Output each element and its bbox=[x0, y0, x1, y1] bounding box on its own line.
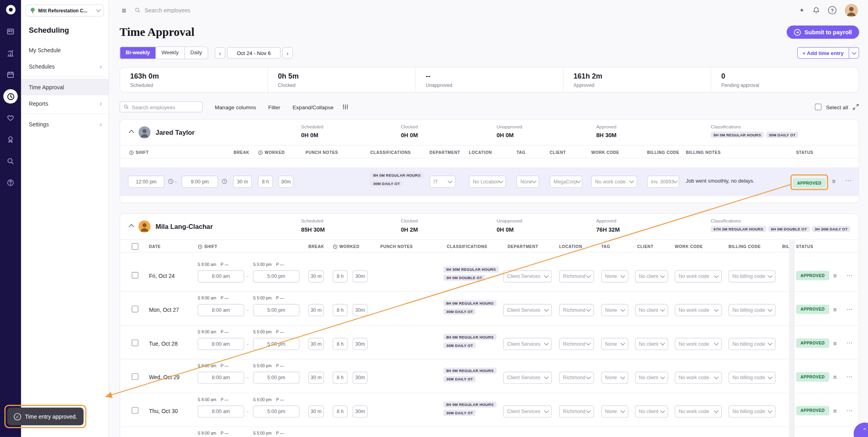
whats-new-icon[interactable]: ✦ bbox=[799, 7, 804, 14]
client-select[interactable]: No client bbox=[635, 338, 668, 350]
notes-icon[interactable]: ≡ bbox=[833, 408, 837, 414]
notes-icon[interactable]: ≡ bbox=[833, 341, 837, 346]
engage-icon[interactable] bbox=[3, 111, 18, 125]
calendar-icon[interactable] bbox=[3, 67, 18, 82]
worked-minutes-input[interactable]: 30m bbox=[353, 406, 368, 418]
global-search-input[interactable] bbox=[145, 7, 222, 13]
tag-select[interactable]: None bbox=[601, 304, 628, 317]
employee-search-input[interactable] bbox=[132, 104, 198, 110]
client-select[interactable]: No client bbox=[635, 270, 668, 283]
global-search[interactable] bbox=[135, 7, 222, 13]
location-select[interactable]: Richmond bbox=[559, 372, 594, 384]
billing-code-select[interactable]: No billing code bbox=[729, 338, 776, 350]
workspace-logo-icon[interactable] bbox=[6, 5, 16, 15]
worked-minutes-input[interactable]: 30m bbox=[353, 270, 368, 283]
collapse-sidebar-icon[interactable]: ≡ bbox=[122, 6, 126, 14]
department-select[interactable]: Client Services bbox=[503, 270, 552, 283]
select-all-checkbox[interactable] bbox=[815, 104, 822, 110]
shift-start-input[interactable]: 8:00 am bbox=[198, 372, 244, 384]
next-period-button[interactable]: › bbox=[282, 47, 293, 59]
location-select[interactable]: Richmond bbox=[559, 270, 594, 283]
tab-bi-weekly[interactable]: Bi-weekly bbox=[120, 47, 155, 59]
work-code-select[interactable]: No work code bbox=[675, 304, 722, 317]
shift-start-input[interactable]: 8:00 am bbox=[198, 304, 244, 317]
insights-icon[interactable] bbox=[3, 46, 18, 60]
location-select[interactable]: Richmond bbox=[559, 406, 594, 418]
search-icon[interactable] bbox=[3, 154, 18, 168]
more-options-icon[interactable]: ⋯ bbox=[846, 272, 852, 278]
submit-to-payroll-button[interactable]: Submit to payroll bbox=[787, 26, 859, 39]
work-code-select[interactable]: No work code bbox=[675, 406, 722, 418]
tag-select[interactable]: None bbox=[601, 270, 628, 283]
department-select[interactable]: Client Services bbox=[503, 372, 552, 384]
worked-minutes-input[interactable]: 30m bbox=[353, 304, 368, 317]
shift-end-input[interactable]: 5:00 pm bbox=[253, 338, 300, 350]
previous-period-button[interactable]: ‹ bbox=[215, 47, 225, 59]
break-input[interactable]: 30 m bbox=[308, 372, 324, 384]
row-checkbox[interactable] bbox=[132, 339, 139, 346]
client-select[interactable]: No client bbox=[635, 304, 668, 317]
notes-icon[interactable]: ≡ bbox=[833, 307, 837, 313]
break-input[interactable]: 30 m bbox=[233, 175, 252, 188]
tag-select[interactable]: None bbox=[601, 338, 628, 350]
add-time-entry-button[interactable]: + Add time entry bbox=[797, 47, 859, 59]
collapse-section-icon[interactable] bbox=[129, 224, 134, 229]
rewards-icon[interactable] bbox=[3, 132, 18, 147]
billing-notes-text[interactable]: Job went smoothly, no delays. bbox=[686, 178, 754, 184]
client-select[interactable]: No client bbox=[635, 372, 668, 384]
shift-start-input[interactable]: 8:00 am bbox=[198, 270, 244, 283]
tag-select[interactable]: None bbox=[601, 406, 628, 418]
break-input[interactable]: 30 m bbox=[308, 338, 324, 350]
clock-icon[interactable] bbox=[168, 178, 174, 184]
id-badge-icon[interactable] bbox=[3, 24, 18, 39]
shift-start-input[interactable]: 8:00 am bbox=[198, 406, 244, 418]
status-badge[interactable]: APPROVED bbox=[796, 406, 829, 415]
shift-end-input[interactable]: 5:00 pm bbox=[253, 270, 300, 283]
status-badge[interactable]: APPROVED bbox=[796, 271, 829, 280]
date-range[interactable]: Oct 24 - Nov 6 bbox=[227, 47, 281, 59]
add-time-entry-dropdown[interactable] bbox=[848, 47, 858, 58]
worked-hours-input[interactable]: 8 h bbox=[333, 406, 348, 418]
help-icon[interactable]: ? bbox=[828, 6, 837, 14]
tab-daily[interactable]: Daily bbox=[184, 47, 208, 59]
tag-select[interactable]: None bbox=[516, 175, 539, 188]
more-options-icon[interactable]: ⋯ bbox=[846, 340, 852, 346]
break-input[interactable]: 30 m bbox=[308, 406, 324, 418]
notes-icon[interactable]: ≡ bbox=[833, 374, 837, 380]
row-checkbox[interactable] bbox=[132, 272, 139, 279]
tab-weekly[interactable]: Weekly bbox=[155, 47, 184, 59]
break-input[interactable]: 30 m bbox=[308, 270, 324, 283]
work-code-select[interactable]: No work code bbox=[591, 175, 637, 188]
worked-minutes-input[interactable]: 30m bbox=[353, 338, 368, 350]
more-options-icon[interactable]: ⋯ bbox=[846, 374, 852, 380]
row-checkbox[interactable] bbox=[132, 407, 139, 414]
expand-table-icon[interactable] bbox=[852, 104, 859, 110]
time-clock-icon[interactable] bbox=[3, 89, 18, 104]
sidebar-item-reports[interactable]: Reports› bbox=[21, 95, 108, 112]
location-select[interactable]: Richmond bbox=[559, 338, 594, 350]
select-all-rows-checkbox[interactable] bbox=[132, 243, 139, 250]
work-code-select[interactable]: No work code bbox=[675, 338, 722, 350]
more-options-icon[interactable]: ⋯ bbox=[846, 407, 852, 413]
expand-collapse-button[interactable]: Expand/Collapse bbox=[293, 104, 334, 110]
location-select[interactable]: Richmond bbox=[559, 304, 594, 317]
work-code-select[interactable]: No work code bbox=[675, 372, 722, 384]
row-checkbox[interactable] bbox=[132, 306, 139, 313]
worked-hours-input[interactable]: 8 h bbox=[333, 270, 348, 283]
notifications-icon[interactable] bbox=[813, 7, 820, 14]
collapse-section-icon[interactable] bbox=[129, 130, 134, 135]
location-select[interactable]: No Location bbox=[469, 175, 506, 188]
sidebar-item-schedules[interactable]: Schedules› bbox=[21, 58, 108, 75]
department-select[interactable]: Client Services bbox=[503, 304, 552, 317]
billing-code-select[interactable]: No billing code bbox=[729, 406, 776, 418]
worked-minutes-input[interactable]: 30m bbox=[353, 372, 368, 384]
billing-code-select[interactable]: No billing code bbox=[729, 270, 776, 283]
client-select[interactable]: MegaCorp bbox=[550, 175, 582, 188]
sidebar-item-my-schedule[interactable]: My Schedule bbox=[21, 41, 108, 58]
status-badge[interactable]: APPROVED bbox=[796, 372, 829, 382]
worked-hours-input[interactable]: 8 h bbox=[333, 304, 348, 317]
row-checkbox[interactable] bbox=[132, 373, 139, 380]
help-hub-icon[interactable] bbox=[3, 175, 18, 190]
shift-end-input[interactable]: 9:00 pm bbox=[182, 175, 218, 188]
tag-select[interactable]: None bbox=[601, 372, 628, 384]
